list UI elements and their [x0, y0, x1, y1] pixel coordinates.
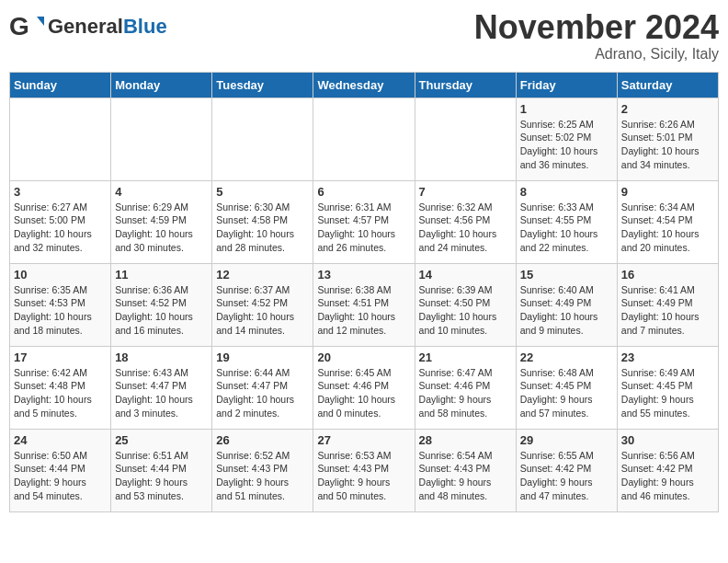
day-number: 14: [419, 268, 512, 282]
day-info: Sunrise: 6:39 AM Sunset: 4:50 PM Dayligh…: [419, 283, 512, 338]
calendar-cell: 7Sunrise: 6:32 AM Sunset: 4:56 PM Daylig…: [415, 180, 516, 263]
day-info: Sunrise: 6:34 AM Sunset: 4:54 PM Dayligh…: [621, 201, 714, 255]
day-info: Sunrise: 6:43 AM Sunset: 4:47 PM Dayligh…: [115, 366, 208, 420]
calendar-cell: 4Sunrise: 6:29 AM Sunset: 4:59 PM Daylig…: [111, 180, 212, 263]
weekday-header-row: SundayMondayTuesdayWednesdayThursdayFrid…: [10, 72, 719, 98]
calendar-cell: 16Sunrise: 6:41 AM Sunset: 4:49 PM Dayli…: [617, 263, 718, 346]
day-number: 1: [520, 102, 613, 116]
calendar-cell: [212, 98, 313, 180]
day-number: 3: [14, 185, 107, 199]
day-info: Sunrise: 6:41 AM Sunset: 4:49 PM Dayligh…: [621, 283, 714, 338]
day-info: Sunrise: 6:31 AM Sunset: 4:57 PM Dayligh…: [317, 201, 410, 255]
logo: G GeneralBlue: [9, 9, 167, 44]
day-number: 24: [14, 433, 107, 447]
weekday-header-cell: Saturday: [617, 72, 718, 98]
day-info: Sunrise: 6:26 AM Sunset: 5:01 PM Dayligh…: [621, 118, 714, 172]
calendar-cell: [415, 98, 516, 180]
day-info: Sunrise: 6:35 AM Sunset: 4:53 PM Dayligh…: [14, 283, 107, 338]
calendar-cell: 20Sunrise: 6:45 AM Sunset: 4:46 PM Dayli…: [313, 346, 415, 429]
day-number: 10: [14, 268, 107, 282]
day-number: 15: [520, 268, 613, 282]
day-info: Sunrise: 6:47 AM Sunset: 4:46 PM Dayligh…: [419, 366, 512, 420]
calendar-cell: 27Sunrise: 6:53 AM Sunset: 4:43 PM Dayli…: [313, 429, 415, 511]
svg-marker-1: [37, 17, 44, 26]
calendar-cell: 5Sunrise: 6:30 AM Sunset: 4:58 PM Daylig…: [212, 180, 313, 263]
calendar-cell: 23Sunrise: 6:49 AM Sunset: 4:45 PM Dayli…: [617, 346, 718, 429]
weekday-header-cell: Thursday: [415, 72, 516, 98]
calendar-cell: 22Sunrise: 6:48 AM Sunset: 4:45 PM Dayli…: [516, 346, 617, 429]
day-number: 2: [621, 102, 714, 116]
calendar-cell: 29Sunrise: 6:55 AM Sunset: 4:42 PM Dayli…: [516, 429, 617, 511]
calendar-cell: 3Sunrise: 6:27 AM Sunset: 5:00 PM Daylig…: [10, 180, 111, 263]
calendar-week-row: 17Sunrise: 6:42 AM Sunset: 4:48 PM Dayli…: [10, 346, 719, 429]
day-info: Sunrise: 6:38 AM Sunset: 4:51 PM Dayligh…: [317, 283, 410, 338]
day-number: 26: [216, 433, 309, 447]
day-number: 8: [520, 185, 613, 199]
day-number: 5: [216, 185, 309, 199]
weekday-header-cell: Wednesday: [313, 72, 415, 98]
month-title: November 2024: [474, 9, 719, 46]
weekday-header-cell: Friday: [516, 72, 617, 98]
day-number: 20: [317, 350, 410, 364]
calendar-cell: 2Sunrise: 6:26 AM Sunset: 5:01 PM Daylig…: [617, 98, 718, 180]
day-number: 12: [216, 268, 309, 282]
calendar-cell: [111, 98, 212, 180]
day-info: Sunrise: 6:52 AM Sunset: 4:43 PM Dayligh…: [216, 449, 309, 503]
day-info: Sunrise: 6:32 AM Sunset: 4:56 PM Dayligh…: [419, 201, 512, 255]
calendar-cell: 17Sunrise: 6:42 AM Sunset: 4:48 PM Dayli…: [10, 346, 111, 429]
svg-text:G: G: [9, 12, 29, 40]
day-info: Sunrise: 6:56 AM Sunset: 4:42 PM Dayligh…: [621, 449, 714, 503]
page-header: G GeneralBlue November 2024 Adrano, Sici…: [9, 9, 719, 63]
logo-icon: G: [9, 9, 44, 44]
logo-general: General: [48, 15, 123, 38]
day-info: Sunrise: 6:49 AM Sunset: 4:45 PM Dayligh…: [621, 366, 714, 420]
day-number: 18: [115, 350, 208, 364]
calendar-cell: 15Sunrise: 6:40 AM Sunset: 4:49 PM Dayli…: [516, 263, 617, 346]
calendar-cell: [10, 98, 111, 180]
weekday-header-cell: Tuesday: [212, 72, 313, 98]
calendar-cell: 11Sunrise: 6:36 AM Sunset: 4:52 PM Dayli…: [111, 263, 212, 346]
day-number: 9: [621, 185, 714, 199]
day-info: Sunrise: 6:45 AM Sunset: 4:46 PM Dayligh…: [317, 366, 410, 420]
day-number: 29: [520, 433, 613, 447]
weekday-header-cell: Monday: [111, 72, 212, 98]
calendar-cell: 30Sunrise: 6:56 AM Sunset: 4:42 PM Dayli…: [617, 429, 718, 511]
calendar-week-row: 1Sunrise: 6:25 AM Sunset: 5:02 PM Daylig…: [10, 98, 719, 180]
calendar-cell: 14Sunrise: 6:39 AM Sunset: 4:50 PM Dayli…: [415, 263, 516, 346]
calendar-body: 1Sunrise: 6:25 AM Sunset: 5:02 PM Daylig…: [10, 98, 719, 511]
day-info: Sunrise: 6:51 AM Sunset: 4:44 PM Dayligh…: [115, 449, 208, 503]
day-number: 19: [216, 350, 309, 364]
logo-blue: Blue: [123, 15, 167, 38]
day-info: Sunrise: 6:25 AM Sunset: 5:02 PM Dayligh…: [520, 118, 613, 172]
day-number: 6: [317, 185, 410, 199]
calendar-cell: 24Sunrise: 6:50 AM Sunset: 4:44 PM Dayli…: [10, 429, 111, 511]
day-info: Sunrise: 6:29 AM Sunset: 4:59 PM Dayligh…: [115, 201, 208, 255]
calendar-cell: 12Sunrise: 6:37 AM Sunset: 4:52 PM Dayli…: [212, 263, 313, 346]
day-info: Sunrise: 6:37 AM Sunset: 4:52 PM Dayligh…: [216, 283, 309, 338]
day-info: Sunrise: 6:42 AM Sunset: 4:48 PM Dayligh…: [14, 366, 107, 420]
day-number: 16: [621, 268, 714, 282]
day-info: Sunrise: 6:50 AM Sunset: 4:44 PM Dayligh…: [14, 449, 107, 503]
day-number: 13: [317, 268, 410, 282]
day-info: Sunrise: 6:44 AM Sunset: 4:47 PM Dayligh…: [216, 366, 309, 420]
day-number: 22: [520, 350, 613, 364]
calendar-cell: 9Sunrise: 6:34 AM Sunset: 4:54 PM Daylig…: [617, 180, 718, 263]
day-info: Sunrise: 6:53 AM Sunset: 4:43 PM Dayligh…: [317, 449, 410, 503]
day-info: Sunrise: 6:54 AM Sunset: 4:43 PM Dayligh…: [419, 449, 512, 503]
day-info: Sunrise: 6:27 AM Sunset: 5:00 PM Dayligh…: [14, 201, 107, 255]
day-number: 21: [419, 350, 512, 364]
calendar-week-row: 10Sunrise: 6:35 AM Sunset: 4:53 PM Dayli…: [10, 263, 719, 346]
day-info: Sunrise: 6:40 AM Sunset: 4:49 PM Dayligh…: [520, 283, 613, 338]
calendar-table: SundayMondayTuesdayWednesdayThursdayFrid…: [9, 72, 719, 512]
calendar-cell: 26Sunrise: 6:52 AM Sunset: 4:43 PM Dayli…: [212, 429, 313, 511]
day-number: 28: [419, 433, 512, 447]
calendar-cell: 1Sunrise: 6:25 AM Sunset: 5:02 PM Daylig…: [516, 98, 617, 180]
day-number: 25: [115, 433, 208, 447]
calendar-cell: 28Sunrise: 6:54 AM Sunset: 4:43 PM Dayli…: [415, 429, 516, 511]
day-info: Sunrise: 6:55 AM Sunset: 4:42 PM Dayligh…: [520, 449, 613, 503]
day-info: Sunrise: 6:48 AM Sunset: 4:45 PM Dayligh…: [520, 366, 613, 420]
title-block: November 2024 Adrano, Sicily, Italy: [474, 9, 719, 63]
calendar-week-row: 24Sunrise: 6:50 AM Sunset: 4:44 PM Dayli…: [10, 429, 719, 511]
day-number: 11: [115, 268, 208, 282]
day-number: 17: [14, 350, 107, 364]
